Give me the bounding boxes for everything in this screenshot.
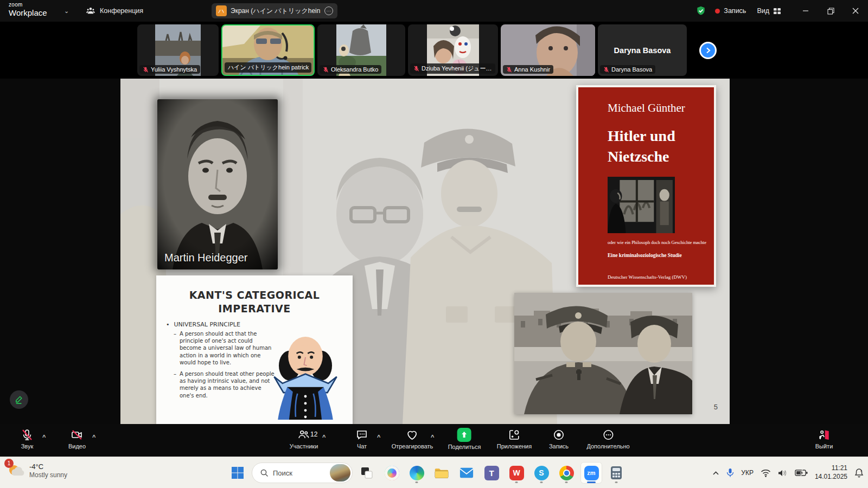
- volume-icon[interactable]: [778, 469, 788, 477]
- search-icon: [260, 468, 269, 477]
- record-button[interactable]: Запись: [549, 428, 569, 450]
- audio-button[interactable]: Звук ^: [21, 428, 34, 450]
- participant-tile[interactable]: Anna Kushnir: [501, 24, 595, 76]
- minimize-button[interactable]: [793, 0, 818, 22]
- participant-tile-active-speaker[interactable]: ハイン パトリックhein patrick: [221, 24, 315, 76]
- heidegger-portrait: Martin Heidegger: [157, 99, 278, 269]
- participant-nametag: Yuliia Vyshnytska: [139, 65, 200, 74]
- mic-muted-icon: [21, 428, 34, 441]
- notification-badge: 1: [4, 459, 14, 468]
- battery-icon[interactable]: [795, 469, 808, 477]
- dash-marker: –: [174, 330, 176, 366]
- audio-label: Звук: [21, 443, 34, 450]
- video-button[interactable]: Видео ^: [68, 428, 86, 450]
- share-label: Поделиться: [448, 444, 481, 450]
- participants-count: 12: [310, 431, 317, 438]
- start-button[interactable]: [227, 462, 248, 484]
- calculator-button[interactable]: [605, 462, 627, 484]
- weather-temperature: -4°C: [29, 463, 67, 471]
- annotate-button[interactable]: [10, 390, 28, 409]
- edge-button[interactable]: [406, 462, 427, 484]
- chat-button[interactable]: Чат ^: [355, 428, 368, 450]
- chrome-button[interactable]: [556, 462, 577, 484]
- participant-tile-no-video[interactable]: Daryna Basova Daryna Basova: [598, 24, 687, 76]
- tab-shared-screen[interactable]: ハ Экран (ハイン パトリックhein patrick ···: [212, 3, 337, 18]
- participant-name: Daryna Basova: [611, 66, 652, 73]
- dash-marker: –: [174, 370, 176, 399]
- participant-tile[interactable]: Dziuba Yevhenii (ジュー…: [408, 24, 498, 76]
- tray-chevron-up-icon[interactable]: [712, 471, 719, 476]
- task-view-icon: [360, 466, 374, 480]
- chevron-down-icon[interactable]: ⌄: [64, 8, 69, 15]
- apps-button[interactable]: Приложения: [497, 428, 532, 450]
- tray-mic-icon[interactable]: [726, 468, 734, 478]
- zoom-app-button[interactable]: zm: [580, 462, 602, 484]
- share-screen-icon: [457, 428, 471, 442]
- pencil-icon: [14, 395, 24, 404]
- participants-label: Участники: [290, 443, 318, 450]
- more-button[interactable]: Дополнительно: [586, 428, 629, 450]
- skype-icon: S: [534, 466, 549, 480]
- notification-bell-icon[interactable]: z: [854, 468, 864, 478]
- view-button[interactable]: Вид: [757, 7, 781, 15]
- participants-button[interactable]: Участники 12 ^: [290, 428, 318, 450]
- taskbar-search[interactable]: Поиск: [252, 463, 353, 483]
- tray-date: 14.01.2025: [815, 473, 847, 481]
- kant-title-line1: KANT'S CATEGORICAL: [156, 288, 353, 302]
- svg-text:z: z: [860, 469, 862, 472]
- security-shield-icon[interactable]: [695, 5, 706, 16]
- muted-mic-icon: [413, 66, 419, 72]
- leave-label: Выйти: [815, 443, 833, 450]
- chevron-up-icon[interactable]: ^: [92, 434, 95, 440]
- wps-office-button[interactable]: W: [506, 462, 527, 484]
- mail-button[interactable]: [456, 462, 477, 484]
- muted-mic-icon: [506, 67, 512, 73]
- clock[interactable]: 11:21 14.01.2025: [815, 464, 847, 481]
- task-view-button[interactable]: [356, 462, 378, 484]
- zoom-workplace-logo: zoom Workplace: [9, 2, 47, 17]
- wifi-icon[interactable]: [761, 469, 771, 477]
- tab-more-icon[interactable]: ···: [324, 7, 333, 15]
- file-explorer-button[interactable]: [431, 462, 452, 484]
- participant-name: Dziuba Yevhenii (ジュー…: [422, 65, 492, 73]
- share-screen-button[interactable]: Поделиться: [448, 428, 481, 450]
- teams-button[interactable]: T: [481, 462, 502, 484]
- restore-button[interactable]: [818, 0, 843, 22]
- chevron-up-icon[interactable]: ^: [42, 434, 46, 440]
- running-indicator: [540, 481, 543, 483]
- running-indicator: [515, 481, 518, 483]
- participant-tile[interactable]: Yuliia Vyshnytska: [137, 24, 219, 76]
- weather-widget[interactable]: 1 -4°C Mostly sunny: [7, 461, 67, 480]
- chevron-right-icon: [705, 47, 711, 54]
- camera-muted-icon: [71, 428, 84, 441]
- chevron-up-icon[interactable]: ^: [322, 434, 326, 440]
- bullet-marker: •: [166, 321, 170, 328]
- heart-icon: [406, 428, 419, 441]
- slide-page-number: 5: [714, 403, 718, 411]
- zoom-meeting-window: zoom Workplace ⌄ Конференция ハ Экран (ハイ…: [0, 0, 868, 488]
- next-participants-button[interactable]: [699, 42, 717, 59]
- participant-tile[interactable]: Oleksandra Butko: [317, 24, 405, 76]
- language-indicator[interactable]: УКР: [741, 469, 754, 477]
- participant-filmstrip: Yuliia Vyshnytska ハイン パトリックhein patrick …: [0, 22, 868, 79]
- participant-nametag: Anna Kushnir: [503, 65, 553, 74]
- zoom-app-icon: zm: [584, 466, 599, 480]
- recording-indicator[interactable]: Запись: [715, 7, 746, 15]
- leave-button[interactable]: Выйти: [815, 428, 833, 450]
- book-cover-photo: [608, 177, 675, 233]
- skype-button[interactable]: S: [531, 462, 552, 484]
- muted-mic-icon: [143, 67, 149, 73]
- more-icon: [602, 428, 615, 441]
- search-highlight-image[interactable]: [330, 464, 350, 481]
- copilot-icon: [385, 466, 399, 480]
- tab-conference[interactable]: Конференция: [86, 0, 143, 22]
- chevron-up-icon[interactable]: ^: [431, 434, 434, 440]
- presentation-slide: Martin Heidegger Michael Günther Hitler …: [120, 79, 730, 424]
- book-study-line: Eine kriminalsoziologische Studie: [608, 253, 707, 258]
- chevron-up-icon[interactable]: ^: [377, 434, 380, 440]
- copilot-button[interactable]: [381, 462, 403, 484]
- close-button[interactable]: [843, 0, 868, 22]
- meeting-toolbar: Звук ^ Видео ^ Участники 12 ^ Чат ^ Отре…: [0, 424, 868, 457]
- react-button[interactable]: Отреагировать ^: [392, 428, 433, 450]
- brand-top: zoom: [9, 2, 47, 8]
